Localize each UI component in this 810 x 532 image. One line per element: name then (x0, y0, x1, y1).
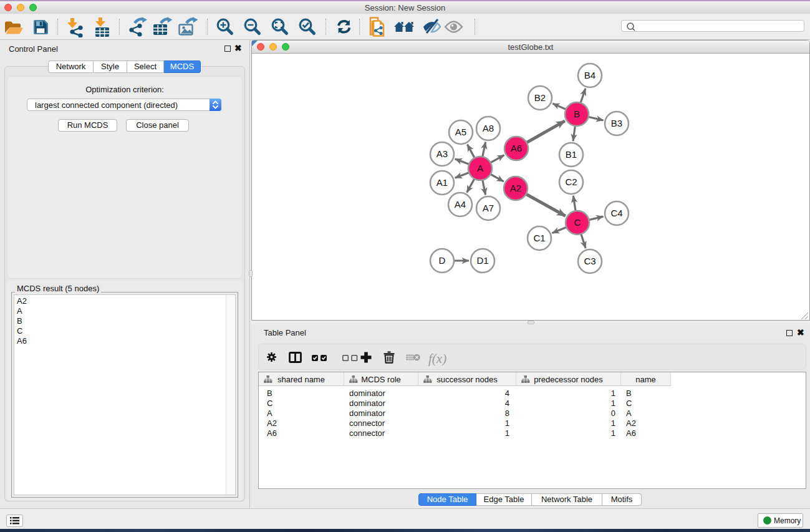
svg-text:C2: C2 (565, 177, 577, 187)
svg-text:A3: A3 (436, 148, 448, 159)
svg-text:B3: B3 (611, 118, 622, 128)
svg-text:A8: A8 (483, 123, 494, 133)
svg-text:C1: C1 (533, 233, 545, 243)
svg-text:C: C (574, 217, 581, 228)
svg-text:C3: C3 (584, 256, 595, 266)
svg-text:A2: A2 (510, 183, 521, 193)
svg-text:A5: A5 (455, 127, 466, 137)
svg-text:A6: A6 (511, 143, 522, 153)
svg-text:A7: A7 (483, 203, 494, 213)
svg-text:A4: A4 (455, 199, 466, 210)
svg-text:A1: A1 (436, 177, 448, 188)
svg-text:B2: B2 (534, 92, 546, 103)
svg-text:B4: B4 (584, 70, 595, 80)
svg-text:C4: C4 (610, 208, 622, 218)
svg-text:B: B (574, 109, 580, 119)
svg-text:B1: B1 (566, 149, 577, 160)
svg-text:A: A (477, 163, 483, 173)
svg-text:D1: D1 (476, 255, 488, 266)
svg-text:D: D (439, 255, 446, 266)
